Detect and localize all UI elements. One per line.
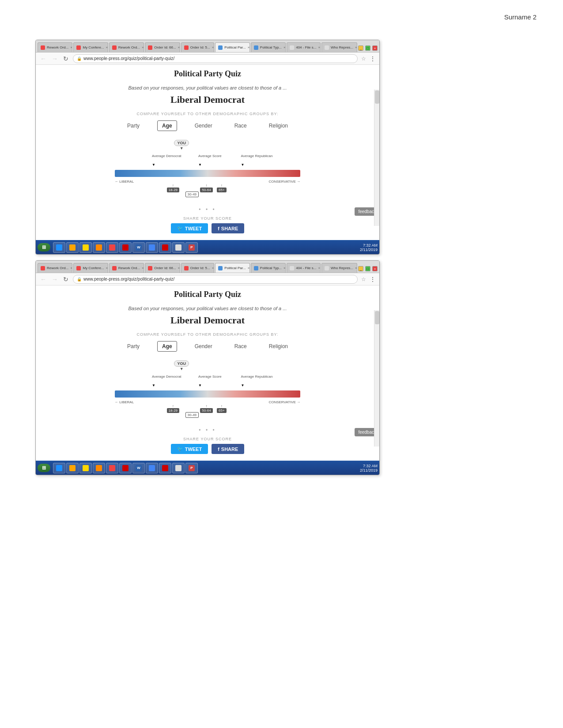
tab-rework1[interactable]: Rework Ord... ×	[38, 42, 72, 52]
taskbar-vlc-2[interactable]	[93, 463, 105, 473]
tab-order1[interactable]: Order Id: 66... ×	[145, 42, 180, 52]
tab-party-2[interactable]: Party	[123, 341, 144, 351]
taskbar-1: ⊞ W	[36, 240, 379, 254]
url-bar-2[interactable]: 🔒 www.people-press.org/quiz/political-pa…	[73, 275, 358, 284]
taskbar-word-1[interactable]: W	[132, 242, 145, 253]
tab-political-party-active[interactable]: Political Par... ×	[215, 42, 250, 52]
refresh-btn-2[interactable]: ↻	[62, 276, 69, 283]
taskbar-items-2: W P	[53, 463, 360, 473]
back-btn-1[interactable]: ←	[39, 55, 47, 62]
taskbar-explorer-2[interactable]	[66, 463, 79, 473]
taskbar-firefox-1[interactable]	[106, 242, 118, 253]
tab-religion-2[interactable]: Religion	[264, 341, 292, 351]
tab-race-2[interactable]: Race	[230, 341, 251, 351]
folder-icon-1	[83, 244, 89, 251]
tab-age-1[interactable]: Age	[157, 120, 177, 131]
taskbar-right-2: 7:32 AM 2/11/2019	[360, 464, 378, 473]
tab-gender-2[interactable]: Gender	[190, 341, 217, 351]
maximize-btn-1[interactable]: □	[365, 45, 370, 51]
url-bar-1[interactable]: 🔒 www.people-press.org/quiz/political-pa…	[73, 54, 358, 63]
tab-order2-2[interactable]: Order Id: 5... ×	[181, 263, 214, 273]
taskbar-word-2[interactable]: W	[132, 463, 145, 473]
tweet-btn-2[interactable]: 🐦 TWEET	[171, 444, 208, 454]
tab-age-2[interactable]: Age	[157, 341, 177, 352]
surname-header: Surname 2	[504, 13, 537, 21]
taskbar-chrome-2[interactable]	[146, 463, 158, 473]
demo-tabs-1: Party Age Gender Race Religion	[45, 120, 370, 131]
vlc-icon-2	[96, 465, 102, 471]
page-title-1: Political Party Quiz	[45, 69, 370, 79]
ie-icon-2	[56, 465, 62, 471]
scrollbar-thumb-2[interactable]	[375, 311, 379, 324]
facebook-icon-2: f	[218, 447, 219, 452]
tab-gender-1[interactable]: Gender	[190, 121, 217, 131]
tab-404-2[interactable]: 404 - File s... ×	[287, 263, 321, 273]
tab-confere-2[interactable]: My Confere... ×	[73, 263, 108, 273]
fb-share-btn-2[interactable]: f SHARE	[212, 444, 244, 454]
tweet-btn-1[interactable]: 🐦 TWEET	[171, 223, 208, 233]
tab-confere[interactable]: My Confere... ×	[73, 42, 108, 52]
tab-rework2-2[interactable]: Rework Ord... ×	[109, 263, 144, 273]
tab-rework1-2[interactable]: Rework Ord... ×	[38, 263, 72, 273]
share-label-1: SHARE YOUR SCORE	[45, 216, 370, 221]
taskbar-folder-2[interactable]	[79, 463, 92, 473]
tab-order1-2[interactable]: Order Id: 66... ×	[145, 263, 180, 273]
tab-political-party-active-2[interactable]: Political Par... ×	[215, 263, 250, 273]
forward-btn-2[interactable]: →	[51, 276, 59, 283]
back-btn-2[interactable]: ←	[39, 276, 47, 283]
tab-party-1[interactable]: Party	[123, 121, 144, 131]
browser-screenshot-2: Rework Ord... × My Confere... × Rework O…	[35, 260, 380, 475]
taskbar-ppt-2[interactable]: P	[185, 463, 198, 473]
bookmark-icon-2[interactable]: ☆	[361, 276, 366, 282]
start-button-2[interactable]: ⊞	[38, 464, 50, 472]
share-buttons-1: 🐦 TWEET f SHARE	[45, 223, 370, 233]
taskbar-folder-1[interactable]	[79, 242, 92, 253]
close-btn-2[interactable]: ×	[372, 266, 378, 271]
taskbar-ie-2[interactable]	[53, 463, 65, 473]
tab-race-1[interactable]: Race	[230, 121, 251, 131]
taskbar-java-1[interactable]	[119, 242, 132, 253]
taskbar-acrobat-2[interactable]	[159, 463, 171, 473]
scrollbar-2[interactable]	[374, 310, 379, 447]
menu-icon-1[interactable]: ⋮	[370, 55, 376, 62]
taskbar-firefox-2[interactable]	[106, 463, 118, 473]
taskbar-vlc-1[interactable]	[93, 242, 105, 253]
fb-share-btn-1[interactable]: f SHARE	[212, 223, 244, 233]
minimize-btn-2[interactable]: _	[358, 266, 363, 271]
tab-rework2[interactable]: Rework Ord... ×	[109, 42, 144, 52]
tab-who-rep-2[interactable]: Who Repres... ×	[321, 263, 357, 273]
menu-icon-2[interactable]: ⋮	[370, 276, 376, 283]
tab-bar-1: Rework Ord... × My Confere... × Rework O…	[36, 40, 379, 53]
result-main-1: Liberal Democrat	[45, 94, 370, 105]
refresh-btn-1[interactable]: ↻	[62, 55, 69, 62]
forward-btn-1[interactable]: →	[51, 55, 59, 62]
maximize-btn-2[interactable]: □	[365, 266, 370, 271]
acrobat-icon-2	[162, 465, 168, 471]
taskbar-2: ⊞ W	[36, 461, 379, 475]
taskbar-search-1[interactable]	[172, 242, 185, 253]
close-btn-1[interactable]: ×	[372, 45, 378, 51]
tab-order2[interactable]: Order Id: 5... ×	[181, 42, 214, 52]
windows-logo-2: ⊞	[42, 465, 46, 471]
start-button-1[interactable]: ⊞	[38, 243, 50, 251]
tab-political-typ[interactable]: Political Typ... ×	[251, 42, 286, 52]
taskbar-chrome-1[interactable]	[146, 242, 158, 253]
taskbar-ppt-1[interactable]: P	[185, 242, 198, 253]
tab-404[interactable]: 404 - File s... ×	[287, 42, 321, 52]
taskbar-explorer-1[interactable]	[66, 242, 79, 253]
minimize-btn-1[interactable]: _	[358, 45, 363, 51]
taskbar-ie-1[interactable]	[53, 242, 65, 253]
scrollbar-thumb-1[interactable]	[375, 90, 379, 104]
facebook-icon-1: f	[218, 226, 219, 231]
tab-political-typ-2[interactable]: Political Typ... ×	[251, 263, 286, 273]
ppt-icon-2: P	[189, 465, 195, 471]
taskbar-acrobat-1[interactable]	[159, 242, 171, 253]
scrollbar-1[interactable]	[374, 90, 379, 226]
tab-religion-1[interactable]: Religion	[264, 121, 292, 131]
tab-who-rep[interactable]: Who Repres... ×	[321, 42, 357, 52]
taskbar-java-2[interactable]	[119, 463, 132, 473]
chrome-icon-2	[149, 465, 155, 471]
result-subtitle-2: Based on your responses, your political …	[45, 306, 370, 311]
taskbar-search-2[interactable]	[172, 463, 185, 473]
bookmark-icon-1[interactable]: ☆	[361, 56, 366, 62]
